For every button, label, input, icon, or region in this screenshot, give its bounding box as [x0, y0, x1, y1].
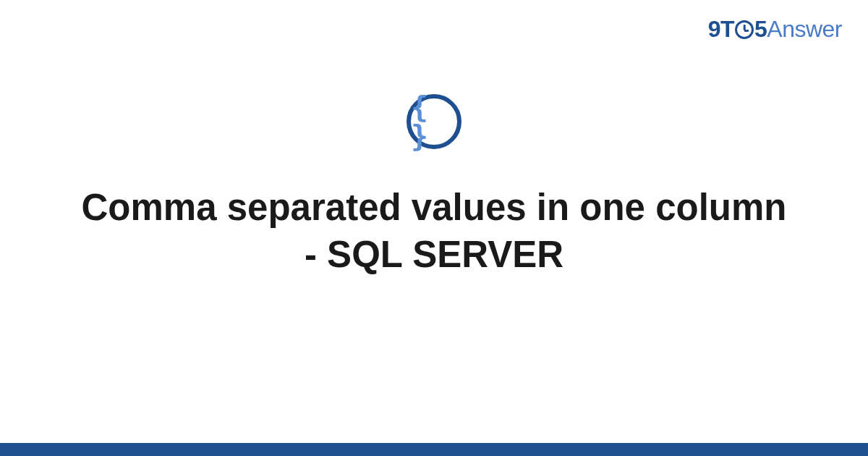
code-braces-icon: { } — [411, 93, 457, 151]
logo-text-answer: Answer — [767, 16, 842, 43]
logo-text-5: 5 — [754, 16, 767, 43]
topic-icon-container: { } — [407, 94, 461, 149]
footer-accent-bar — [0, 443, 868, 456]
logo-text-9t: 9T — [708, 16, 734, 43]
clock-icon — [735, 20, 754, 39]
question-title: Comma separated values in one column - S… — [72, 184, 796, 279]
main-content: { } Comma separated values in one column… — [0, 94, 868, 279]
site-logo[interactable]: 9T 5 Answer — [708, 16, 842, 43]
